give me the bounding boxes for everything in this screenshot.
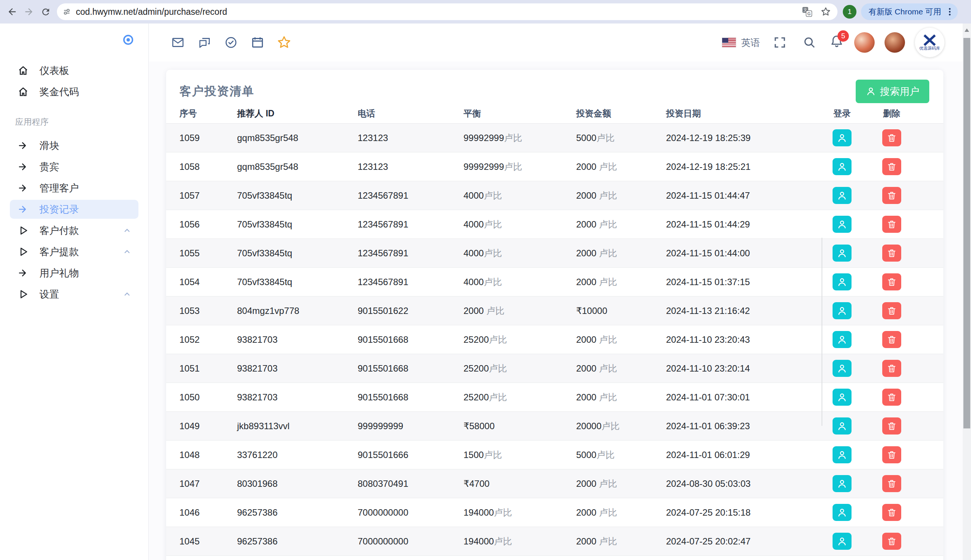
chat-button[interactable] <box>195 33 214 52</box>
delete-button[interactable] <box>882 475 901 492</box>
search-button[interactable] <box>799 33 819 52</box>
trash-icon <box>886 450 897 460</box>
login-button[interactable] <box>833 475 851 492</box>
mail-button[interactable] <box>168 33 188 52</box>
table-row: 105293821703901550166825200卢比2000 卢比2024… <box>166 325 943 354</box>
person-icon <box>836 219 848 230</box>
sidebar-item-用户礼物[interactable]: 用户礼物 <box>10 263 138 282</box>
login-button[interactable] <box>833 129 851 147</box>
col-header-referrer: 推荐人 ID <box>237 108 358 120</box>
site-info-icon[interactable] <box>62 7 71 16</box>
sidebar-item-管理客户[interactable]: 管理客户 <box>10 178 138 198</box>
delete-button[interactable] <box>882 216 901 233</box>
browser-profile-avatar[interactable]: 1 <box>843 5 856 18</box>
sidebar-collapse-toggle[interactable] <box>122 33 135 47</box>
invest-date: 2024-07-25 20:15:18 <box>666 507 819 518</box>
forward-button[interactable] <box>20 3 37 20</box>
chrome-update-button[interactable]: 有新版 Chrome 可用 <box>861 3 958 20</box>
delete-button[interactable] <box>882 158 901 175</box>
chat-icon <box>197 36 212 49</box>
menu-dots-icon[interactable] <box>945 7 955 17</box>
delete-button[interactable] <box>882 388 901 406</box>
sidebar-nav-list: 仪表板奖金代码应用程序滑块贵宾管理客户投资记录客户付款客户提款用户礼物设置 <box>0 61 148 304</box>
login-button[interactable] <box>833 187 851 204</box>
invest-date: 2024-11-10 23:20:43 <box>666 334 819 345</box>
login-button[interactable] <box>833 417 851 435</box>
sidebar-item-奖金代码[interactable]: 奖金代码 <box>10 82 138 101</box>
brand-logo-avatar[interactable]: 优选源码库 <box>915 28 944 57</box>
sidebar-item-客户付款[interactable]: 客户付款 <box>10 221 138 240</box>
balance: 25200卢比 <box>464 391 576 403</box>
person-icon <box>836 334 848 345</box>
balance: 194000卢比 <box>464 535 576 547</box>
translate-icon[interactable]: 文 G <box>802 7 813 17</box>
login-button[interactable] <box>833 388 851 406</box>
brand-monogram-icon <box>922 34 937 46</box>
phone: 8080370491 <box>358 478 464 489</box>
investment-list-card: 客户投资清单 搜索用户 序号 推荐人 ID 电话 平衡 投资金额 投资日期 登录… <box>166 70 943 560</box>
sidebar-item-仪表板[interactable]: 仪表板 <box>10 61 138 80</box>
sidebar-item-滑块[interactable]: 滑块 <box>10 136 138 155</box>
user-avatar-1[interactable] <box>854 32 875 53</box>
scrollbar-thumb[interactable] <box>963 38 970 428</box>
invest-date: 2024-11-01 07:30:01 <box>666 392 819 403</box>
us-flag-icon <box>722 38 736 47</box>
fullscreen-button[interactable] <box>770 33 790 52</box>
delete-button[interactable] <box>882 533 901 550</box>
notification-badge: 5 <box>838 30 849 42</box>
login-button[interactable] <box>833 216 851 233</box>
tasks-button[interactable] <box>221 33 241 52</box>
phone: 123123 <box>358 133 464 143</box>
table-row: 1055705vf33845tq12345678914000卢比2000 卢比2… <box>166 239 943 268</box>
favorite-button[interactable] <box>274 33 294 52</box>
delete-button[interactable] <box>882 273 901 290</box>
login-button[interactable] <box>833 245 851 262</box>
check-circle-icon <box>224 36 238 49</box>
invest-date: 2024-11-01 06:01:29 <box>666 450 819 460</box>
login-button[interactable] <box>833 302 851 319</box>
url-bar[interactable]: cod.hwymw.net/admin/purchase/record 文 G <box>57 3 838 20</box>
col-header-index: 序号 <box>179 108 237 120</box>
login-button[interactable] <box>833 331 851 348</box>
calendar-button[interactable] <box>248 33 267 52</box>
balance: 1500卢比 <box>464 449 576 461</box>
col-header-amount: 投资金额 <box>576 108 666 120</box>
invest-date: 2024-07-25 20:02:47 <box>666 536 819 547</box>
login-button[interactable] <box>833 360 851 377</box>
sidebar-item-投资记录[interactable]: 投资记录 <box>10 200 138 219</box>
referrer-id: 705vf33845tq <box>237 190 358 201</box>
notifications-button[interactable]: 5 <box>829 34 844 51</box>
user-avatar-2[interactable] <box>884 32 905 53</box>
delete-button[interactable] <box>882 245 901 262</box>
delete-button[interactable] <box>882 504 901 521</box>
sidebar-item-贵宾[interactable]: 贵宾 <box>10 157 138 176</box>
login-button[interactable] <box>833 158 851 175</box>
page-scrollbar[interactable] <box>963 23 971 560</box>
search-user-button[interactable]: 搜索用户 <box>856 80 929 103</box>
delete-button[interactable] <box>882 360 901 377</box>
person-icon <box>836 161 848 173</box>
invest-date: 2024-08-30 05:03:03 <box>666 478 819 489</box>
delete-button[interactable] <box>882 331 901 348</box>
reload-button[interactable] <box>37 3 54 20</box>
back-button[interactable] <box>4 3 20 20</box>
sidebar-item-设置[interactable]: 设置 <box>10 285 138 304</box>
login-button[interactable] <box>833 273 851 290</box>
sidebar-item-label: 投资记录 <box>40 203 132 216</box>
delete-button[interactable] <box>882 302 901 319</box>
delete-button[interactable] <box>882 129 901 147</box>
delete-button[interactable] <box>882 187 901 204</box>
play-icon <box>17 246 29 257</box>
delete-button[interactable] <box>882 417 901 435</box>
balance: 2000 卢比 <box>464 305 576 317</box>
bookmark-star-icon[interactable] <box>820 6 831 17</box>
sidebar-item-客户提款[interactable]: 客户提款 <box>10 242 138 261</box>
login-button[interactable] <box>833 504 851 521</box>
topbar: 英语 5 优选源码库 <box>149 23 971 62</box>
login-button[interactable] <box>833 446 851 463</box>
login-button[interactable] <box>833 533 851 550</box>
delete-button[interactable] <box>882 446 901 463</box>
language-selector[interactable]: 英语 <box>722 37 760 49</box>
person-icon <box>866 86 876 97</box>
scrollbar-up-arrow[interactable] <box>963 23 971 37</box>
